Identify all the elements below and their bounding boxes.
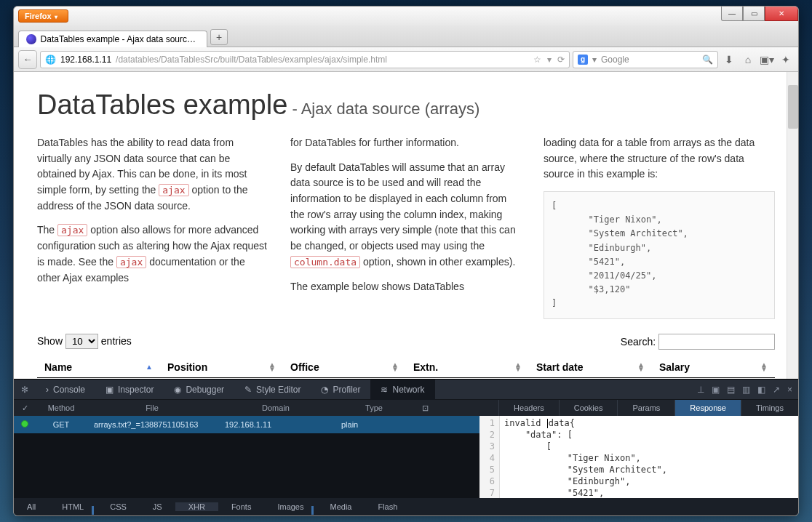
- th-extn[interactable]: Extn.▲▼: [406, 361, 529, 373]
- devtools-tab-profiler[interactable]: ◔Profiler: [311, 380, 370, 400]
- detail-tab-params[interactable]: Params: [617, 400, 674, 416]
- response-viewer: 1234567 invalid data{ "data": [ [ "Tiger…: [479, 416, 798, 498]
- th-startdate[interactable]: Start date▲▼: [529, 361, 652, 373]
- request-type: plain: [334, 420, 414, 429]
- filter-all[interactable]: All: [14, 502, 49, 511]
- request-method: GET: [36, 420, 87, 429]
- detail-tab-response[interactable]: Response: [674, 400, 741, 416]
- page-heading: DataTables example - Ajax data source (a…: [37, 89, 775, 121]
- th-name[interactable]: Name▲: [37, 361, 160, 373]
- devtools-tab-console[interactable]: ›Console: [36, 380, 95, 400]
- filter-images[interactable]: Images: [264, 502, 317, 511]
- minimize-button[interactable]: —: [721, 7, 743, 21]
- back-button[interactable]: ←: [18, 50, 37, 69]
- detail-tab-cookies[interactable]: Cookies: [559, 400, 618, 416]
- text-column-1: DataTables has the ability to read data …: [37, 135, 268, 319]
- url-path: /datatables/DataTablesSrc/built/DataTabl…: [116, 55, 387, 65]
- browser-tab[interactable]: DataTables example - Ajax data source (.…: [18, 31, 207, 47]
- tab-title: DataTables example - Ajax data source (.…: [41, 34, 199, 44]
- browser-window: Firefox — ▭ ✕ DataTables example - Ajax …: [13, 6, 799, 516]
- code-column-data: column.data: [290, 256, 360, 268]
- url-input[interactable]: 🌐 192.168.1.11/datatables/DataTablesSrc/…: [40, 51, 570, 68]
- request-domain: 192.168.1.11: [218, 420, 334, 429]
- style-icon: ✎: [244, 385, 252, 395]
- tab-bar: DataTables example - Ajax data source (.…: [14, 25, 798, 47]
- network-columns-header: ✓ Method File Domain Type ⊡ Headers Cook…: [14, 400, 798, 416]
- console-icon: ›: [46, 385, 49, 395]
- close-button[interactable]: ✕: [765, 7, 798, 21]
- profiler-icon: ◔: [321, 385, 328, 395]
- table-header: Name▲ Position▲▼ Office▲▼ Extn.▲▼ Start …: [37, 357, 775, 378]
- devtools-tab-network[interactable]: ≋Network: [370, 380, 434, 400]
- devtools-tab-style[interactable]: ✎Style Editor: [234, 380, 311, 400]
- detail-tab-headers[interactable]: Headers: [498, 400, 559, 416]
- devtools-dock-icon[interactable]: ◧: [757, 385, 765, 395]
- address-bar: ← 🌐 192.168.1.11/datatables/DataTablesSr…: [14, 47, 798, 72]
- filter-xhr[interactable]: XHR: [175, 502, 218, 511]
- new-tab-button[interactable]: +: [210, 29, 228, 45]
- window-titlebar: Firefox — ▭ ✕: [14, 7, 798, 25]
- devtools-close-icon[interactable]: ×: [787, 385, 792, 395]
- detail-tab-timings[interactable]: Timings: [741, 400, 798, 416]
- devtools-icon[interactable]: ▤: [727, 385, 735, 395]
- search-control: Search:: [621, 334, 775, 350]
- filter-media[interactable]: Media: [317, 502, 365, 511]
- inspector-icon: ▣: [106, 385, 114, 395]
- firefox-menu-button[interactable]: Firefox: [18, 9, 68, 23]
- text-column-2: for DataTables for further information. …: [290, 135, 522, 319]
- length-control: Show 10 entries: [37, 334, 132, 349]
- text-column-3: loading data for a table from arrays as …: [544, 135, 775, 319]
- devtools-options-icon[interactable]: ✻: [14, 385, 36, 395]
- bookmark-icon[interactable]: ☆: [533, 55, 541, 65]
- devtools-icon[interactable]: ▣: [712, 385, 720, 395]
- filter-css[interactable]: CSS: [97, 502, 140, 511]
- status-ok-icon: [21, 420, 28, 427]
- network-icon: ≋: [381, 385, 388, 395]
- devtools-icon[interactable]: ▥: [742, 385, 750, 395]
- home-icon[interactable]: ⌂: [740, 52, 756, 68]
- request-file: arrays.txt?_=1388751105163: [87, 420, 218, 429]
- bookmarks-menu-icon[interactable]: ▣▾: [759, 52, 775, 68]
- col-toggle-icon[interactable]: ⊡: [414, 403, 436, 413]
- filter-js[interactable]: JS: [140, 502, 175, 511]
- line-gutter: 1234567: [479, 416, 500, 498]
- page-scrollbar[interactable]: [787, 72, 798, 379]
- search-submit-icon[interactable]: 🔍: [702, 55, 713, 65]
- th-salary[interactable]: Salary▲▼: [652, 361, 775, 373]
- filter-flash[interactable]: Flash: [365, 502, 410, 511]
- maximize-button[interactable]: ▭: [743, 7, 765, 21]
- datatable-search-input[interactable]: [658, 334, 775, 350]
- browser-search-input[interactable]: g▾ Google 🔍: [573, 51, 718, 68]
- devtools-icon[interactable]: ⊥: [697, 385, 704, 395]
- window-controls: — ▭ ✕: [721, 7, 798, 21]
- network-request-row[interactable]: GET arrays.txt?_=1388751105163 192.168.1…: [14, 416, 479, 433]
- th-position[interactable]: Position▲▼: [160, 361, 283, 373]
- code-ajax: ajax: [116, 256, 146, 268]
- devtools-tab-debugger[interactable]: ◉Debugger: [164, 380, 234, 400]
- response-code[interactable]: invalid data{ "data": [ [ "Tiger Nixon",…: [500, 416, 672, 498]
- col-domain[interactable]: Domain: [218, 403, 334, 412]
- dropdown-icon[interactable]: ▾: [547, 55, 552, 65]
- filter-html[interactable]: HTML: [49, 502, 97, 511]
- col-file[interactable]: File: [87, 403, 218, 412]
- code-ajax: ajax: [57, 224, 87, 236]
- col-type[interactable]: Type: [334, 403, 414, 412]
- debugger-icon: ◉: [174, 385, 181, 395]
- page-content: DataTables example - Ajax data source (a…: [14, 72, 798, 379]
- tab-favicon-icon: [26, 34, 36, 44]
- col-method[interactable]: Method: [36, 403, 87, 412]
- globe-icon: 🌐: [45, 55, 56, 65]
- length-select[interactable]: 10: [65, 334, 98, 349]
- filter-fonts[interactable]: Fonts: [218, 502, 265, 511]
- devtools-popout-icon[interactable]: ↗: [773, 385, 780, 395]
- col-status[interactable]: ✓: [14, 403, 36, 413]
- downloads-icon[interactable]: ⬇: [721, 52, 737, 68]
- example-code-block: [ "Tiger Nixon", "System Architect", "Ed…: [544, 191, 775, 319]
- google-icon: g: [578, 55, 588, 65]
- code-ajax: ajax: [159, 184, 188, 196]
- reload-icon[interactable]: ⟳: [557, 55, 565, 65]
- th-office[interactable]: Office▲▼: [283, 361, 406, 373]
- devtools-tab-inspector[interactable]: ▣Inspector: [95, 380, 164, 400]
- addon-icon[interactable]: ✦: [778, 52, 794, 68]
- url-host: 192.168.1.11: [60, 55, 111, 65]
